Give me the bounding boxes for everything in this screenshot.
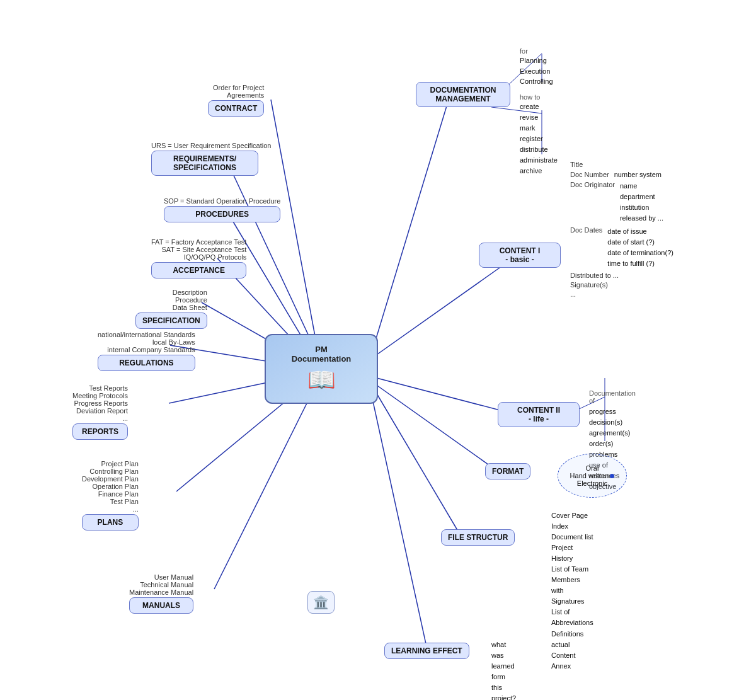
format-node: FORMAT Oral Hand written Electronic bbox=[485, 463, 530, 479]
reports-leaf-5: ... bbox=[122, 415, 128, 422]
doc-mgmt-for-2: Execution bbox=[520, 67, 550, 75]
doc-management-node: DOCUMENTATIONMANAGEMENT for Planning Exe… bbox=[416, 82, 510, 107]
cb-signatures: Signature(s) bbox=[570, 281, 608, 289]
svg-line-8 bbox=[214, 384, 316, 589]
doc-mgmt-howto-6: administrate bbox=[520, 156, 558, 164]
acceptance-leaf-3: IQ/OQ/PQ Protocols bbox=[184, 253, 247, 261]
plans-leaf-3: Development Plan bbox=[82, 475, 139, 483]
cb-more: ... bbox=[570, 290, 576, 298]
manuals-leaf-1: User Manual bbox=[154, 573, 193, 581]
cb-docnum-val: number system bbox=[614, 171, 662, 178]
file-structur-node: FILE STRUCTUR Cover Page Index Document … bbox=[441, 529, 515, 546]
format-dot bbox=[610, 474, 614, 478]
regulations-box[interactable]: REGULATIONS bbox=[98, 355, 195, 371]
cb-docdates-4: time to fulfill (?) bbox=[607, 260, 655, 267]
content-life-node: CONTENT II- life - Documentation of prog… bbox=[498, 402, 580, 427]
cb-docorg-3: institution bbox=[620, 204, 649, 211]
plans-box[interactable]: PLANS bbox=[82, 514, 139, 531]
procedures-node: SOP = Standard Operation Procedure PROCE… bbox=[164, 197, 280, 222]
svg-line-0 bbox=[271, 100, 318, 353]
doc-mgmt-for-label: for bbox=[520, 47, 553, 55]
cl-item-2: decision(s) bbox=[589, 418, 622, 426]
fs-item-5: List of Team Members with Signatures bbox=[551, 565, 588, 605]
cb-docdates-label: Doc Dates bbox=[570, 226, 602, 234]
requirements-leaf: URS = User Requirement Specification bbox=[151, 142, 271, 149]
cb-docorg-label: Doc Originator bbox=[570, 181, 615, 188]
plans-leaf-7: ... bbox=[133, 505, 139, 513]
svg-line-15 bbox=[377, 378, 517, 415]
cb-docdates-2: date of start (?) bbox=[607, 238, 655, 246]
acceptance-leaf-1: FAT = Factory Acceptance Test bbox=[151, 238, 246, 246]
reg-leaf-3: internal Company Standards bbox=[107, 346, 195, 353]
learning-effect-node: LEARNING EFFECT what was learned form th… bbox=[384, 643, 469, 659]
contract-leaf-2: Agreements bbox=[227, 91, 264, 99]
doc-mgmt-howto-4: register bbox=[520, 135, 543, 142]
procedures-box[interactable]: PROCEDURES bbox=[164, 206, 280, 222]
manuals-box[interactable]: MANUALS bbox=[129, 597, 193, 614]
reports-box[interactable]: REPORTS bbox=[72, 423, 128, 440]
book-icon: 📖 bbox=[278, 367, 364, 393]
format-item-1: Oral bbox=[586, 464, 599, 472]
contract-leaf-1: Order for Project bbox=[213, 84, 264, 91]
file-structur-box[interactable]: FILE STRUCTUR bbox=[441, 529, 515, 546]
cb-distributed: Distributed to ... bbox=[570, 272, 619, 279]
manuals-node: User Manual Technical Manual Maintenance… bbox=[129, 573, 193, 614]
doc-management-box[interactable]: DOCUMENTATIONMANAGEMENT bbox=[416, 82, 510, 107]
contract-node: Order for Project Agreements CONTRACT bbox=[208, 84, 264, 117]
fs-item-8: actual Content bbox=[551, 641, 576, 659]
format-box[interactable]: FORMAT bbox=[485, 463, 530, 479]
doc-mgmt-for-3: Controlling bbox=[520, 77, 553, 85]
cb-docnum-label: Doc Number bbox=[570, 171, 609, 178]
cl-item-1: progress bbox=[589, 408, 616, 415]
fs-item-6: List of Abbreviations bbox=[551, 608, 593, 626]
doc-mgmt-for-1: Planning bbox=[520, 57, 547, 64]
cl-item-3: agreement(s) bbox=[589, 429, 630, 437]
cb-docdates-1: date of issue bbox=[607, 227, 646, 235]
plans-leaf-2: Controlling Plan bbox=[89, 468, 139, 475]
reports-leaf-1: Test Reports bbox=[89, 384, 128, 392]
manuals-leaf-2: Technical Manual bbox=[140, 581, 193, 588]
spec-leaf-2: Procedure bbox=[175, 296, 207, 304]
reports-leaf-3: Progress Reports bbox=[74, 399, 128, 407]
cb-title-label: Title bbox=[570, 161, 583, 168]
cb-docorg-2: department bbox=[620, 193, 655, 200]
le-item-1: what was learned form this project? bbox=[491, 641, 516, 700]
plans-node: Project Plan Controlling Plan Developmen… bbox=[82, 460, 139, 531]
plans-leaf-1: Project Plan bbox=[101, 460, 139, 468]
svg-line-14 bbox=[375, 265, 504, 356]
reports-node: Test Reports Meeting Protocols Progress … bbox=[72, 384, 128, 440]
reg-leaf-1: national/international Standards bbox=[98, 331, 195, 338]
plans-leaf-4: Operation Plan bbox=[93, 483, 139, 490]
specification-node: Description Procedure Data Sheet SPECIFI… bbox=[135, 289, 207, 329]
svg-line-20 bbox=[372, 396, 428, 655]
content-basic-box[interactable]: CONTENT I- basic - bbox=[479, 243, 561, 268]
manuals-leaf-3: Maintenance Manual bbox=[129, 588, 193, 596]
cb-docorg-4: released by ... bbox=[620, 214, 663, 222]
center-title: PM bbox=[278, 345, 364, 354]
requirements-box[interactable]: REQUIREMENTS/SPECIFICATIONS bbox=[151, 151, 258, 176]
content-life-doc-of: Documentation of bbox=[589, 389, 636, 405]
specification-box[interactable]: SPECIFICATION bbox=[135, 313, 207, 329]
fs-item-9: Annex bbox=[551, 662, 571, 670]
reports-leaf-4: Deviation Report bbox=[76, 407, 128, 415]
content-life-box[interactable]: CONTENT II- life - bbox=[498, 402, 580, 427]
plans-leaf-5: Finance Plan bbox=[98, 490, 139, 498]
acceptance-node: FAT = Factory Acceptance Test SAT = Site… bbox=[151, 238, 246, 278]
spec-leaf-3: Data Sheet bbox=[173, 304, 207, 311]
format-item-2: Hand written bbox=[570, 472, 609, 479]
cb-docorg-1: name bbox=[620, 182, 638, 190]
svg-line-19 bbox=[374, 389, 466, 545]
regulations-node: national/international Standards local B… bbox=[98, 331, 195, 371]
reports-leaf-2: Meeting Protocols bbox=[72, 392, 128, 399]
svg-line-18 bbox=[375, 384, 504, 476]
doc-mgmt-howto-7: archive bbox=[520, 167, 542, 175]
center-node: PM Documentation 📖 bbox=[265, 334, 378, 404]
acceptance-box[interactable]: ACCEPTANCE bbox=[151, 262, 246, 278]
learning-effect-box[interactable]: LEARNING EFFECT bbox=[384, 643, 469, 659]
fs-item-3: Document list bbox=[551, 533, 593, 541]
contract-box[interactable]: CONTRACT bbox=[208, 100, 264, 117]
doc-mgmt-howto-1: create bbox=[520, 103, 539, 110]
procedures-leaf: SOP = Standard Operation Procedure bbox=[164, 197, 280, 205]
fs-item-4: Project History bbox=[551, 544, 573, 562]
small-icon-node: 🏛️ bbox=[307, 591, 335, 614]
